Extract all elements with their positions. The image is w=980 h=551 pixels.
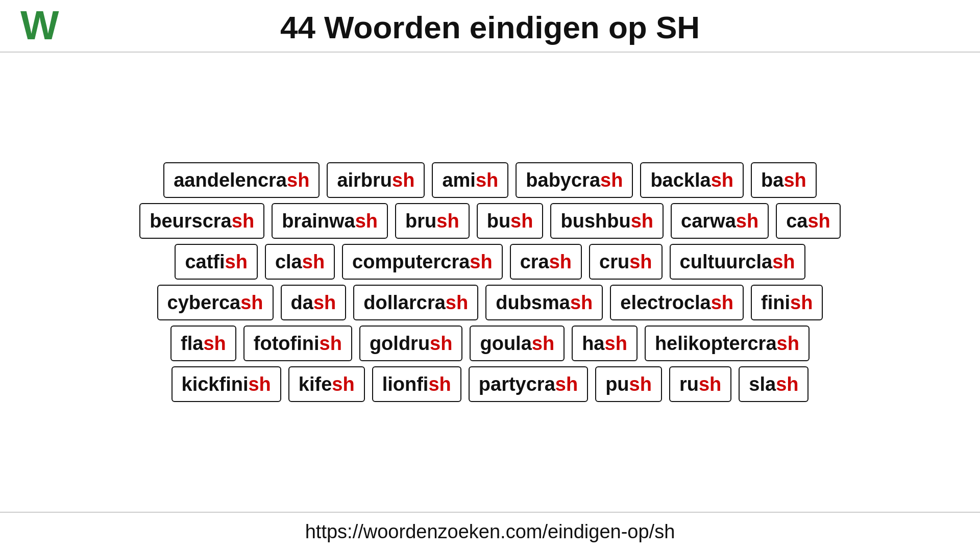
word-sh: sh — [446, 292, 468, 314]
word-box: amish — [432, 162, 508, 198]
word-box: brainwash — [272, 203, 388, 239]
word-prefix: cla — [275, 251, 302, 273]
word-box: helikoptercrash — [645, 325, 810, 361]
word-prefix: beurscra — [150, 210, 232, 232]
word-box: finish — [751, 285, 823, 320]
word-box: dubsmash — [485, 285, 603, 320]
word-prefix: electrocla — [620, 292, 710, 314]
word-row-5: kickfinishkifeshlionfishpartycrashpushru… — [15, 366, 965, 402]
word-sh: sh — [232, 210, 254, 232]
page-header: W 44 Woorden eindigen op SH — [0, 0, 980, 53]
word-box: brush — [395, 203, 470, 239]
word-box: crush — [589, 244, 663, 280]
word-sh: sh — [332, 373, 354, 395]
word-box: hash — [572, 325, 638, 361]
word-prefix: ha — [582, 333, 604, 355]
word-prefix: cyberca — [167, 292, 241, 314]
word-box: electroclash — [610, 285, 744, 320]
word-box: kifesh — [288, 366, 365, 402]
word-sh: sh — [790, 292, 813, 314]
word-sh: sh — [711, 169, 733, 191]
word-prefix: babycra — [526, 169, 600, 191]
word-sh: sh — [240, 292, 263, 314]
word-sh: sh — [555, 373, 578, 395]
word-box: dash — [281, 285, 347, 320]
word-prefix: cra — [520, 251, 549, 273]
word-prefix: sla — [749, 373, 776, 395]
word-prefix: kickfini — [182, 373, 249, 395]
word-box: slash — [739, 366, 808, 402]
word-box: catfish — [175, 244, 258, 280]
word-box: rush — [669, 366, 731, 402]
word-sh: sh — [711, 292, 733, 314]
word-sh: sh — [570, 292, 593, 314]
word-sh: sh — [777, 333, 799, 355]
word-box: flash — [170, 325, 236, 361]
word-sh: sh — [392, 169, 414, 191]
word-prefix: pu — [605, 373, 629, 395]
word-sh: sh — [549, 251, 572, 273]
word-sh: sh — [313, 292, 336, 314]
word-prefix: fotofini — [254, 333, 320, 355]
page-title: 44 Woorden eindigen op SH — [280, 9, 700, 45]
word-prefix: fini — [761, 292, 790, 314]
word-sh: sh — [605, 333, 627, 355]
word-prefix: bru — [405, 210, 436, 232]
word-prefix: helikoptercra — [655, 333, 777, 355]
word-row-0: aandelencrashairbrushamishbabycrashbackl… — [15, 162, 965, 198]
word-sh: sh — [355, 210, 378, 232]
word-prefix: ru — [679, 373, 699, 395]
word-sh: sh — [783, 169, 806, 191]
word-box: kickfinish — [172, 366, 281, 402]
word-prefix: bushbu — [560, 210, 630, 232]
word-prefix: kife — [299, 373, 332, 395]
word-prefix: dubsma — [496, 292, 570, 314]
word-box: clash — [265, 244, 335, 280]
word-prefix: airbru — [337, 169, 392, 191]
word-box: cybercash — [157, 285, 274, 320]
word-sh: sh — [699, 373, 721, 395]
word-sh: sh — [436, 210, 459, 232]
word-prefix: partycra — [479, 373, 555, 395]
word-prefix: brainwa — [282, 210, 355, 232]
word-sh: sh — [476, 169, 498, 191]
word-sh: sh — [203, 333, 226, 355]
word-sh: sh — [287, 169, 309, 191]
word-sh: sh — [629, 251, 652, 273]
word-prefix: lionfi — [382, 373, 429, 395]
word-box: goulash — [470, 325, 565, 361]
word-sh: sh — [631, 210, 653, 232]
word-box: fotofinish — [243, 325, 352, 361]
word-prefix: dollarcra — [363, 292, 446, 314]
word-sh: sh — [225, 251, 248, 273]
word-sh: sh — [510, 210, 533, 232]
logo: W — [20, 5, 59, 46]
word-row-3: cybercashdashdollarcrashdubsmashelectroc… — [15, 285, 965, 320]
word-prefix: computercra — [352, 251, 470, 273]
word-prefix: catfi — [185, 251, 225, 273]
word-box: crash — [510, 244, 582, 280]
word-prefix: cultuurcla — [680, 251, 773, 273]
word-sh: sh — [600, 169, 623, 191]
word-sh: sh — [772, 251, 795, 273]
word-box: bushbush — [550, 203, 664, 239]
word-box: babycrash — [516, 162, 633, 198]
word-sh: sh — [248, 373, 271, 395]
word-sh: sh — [428, 373, 451, 395]
word-prefix: backla — [650, 169, 710, 191]
word-box: goldrush — [359, 325, 463, 361]
word-box: backlash — [640, 162, 744, 198]
word-box: lionfish — [372, 366, 461, 402]
word-prefix: goldru — [370, 333, 430, 355]
word-sh: sh — [532, 333, 554, 355]
word-box: carwash — [671, 203, 769, 239]
word-prefix: cru — [599, 251, 629, 273]
word-sh: sh — [629, 373, 652, 395]
word-prefix: bu — [487, 210, 510, 232]
word-sh: sh — [736, 210, 758, 232]
word-box: computercrash — [342, 244, 503, 280]
word-box: airbrush — [327, 162, 425, 198]
word-sh: sh — [302, 251, 325, 273]
word-sh: sh — [470, 251, 492, 273]
footer-url: https://woordenzoeken.com/eindigen-op/sh — [0, 512, 980, 551]
